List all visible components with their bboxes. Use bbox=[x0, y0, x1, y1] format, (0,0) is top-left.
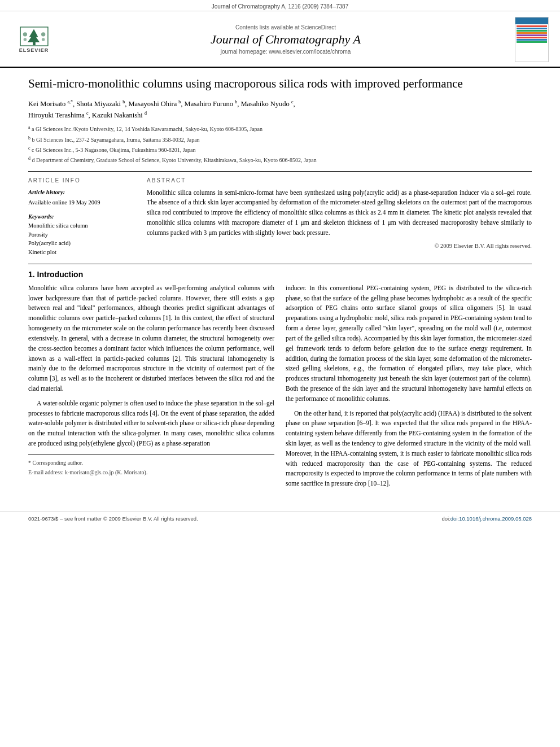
divider-2 bbox=[28, 264, 532, 264]
body-columns: Monolithic silica columns have been acce… bbox=[28, 283, 532, 493]
cover-line-5 bbox=[517, 34, 547, 36]
aff-c-2: c bbox=[86, 111, 89, 116]
body-right-col: inducer. In this conventional PEG-contai… bbox=[286, 283, 532, 493]
author-kazuki: Kazuki Nakanishi d bbox=[92, 111, 147, 119]
elsevier-logo: ELSEVIER bbox=[11, 24, 56, 55]
cover-line-4 bbox=[517, 32, 547, 34]
top-bar: Journal of Chromatography A, 1216 (2009)… bbox=[0, 0, 560, 11]
abstract-col: ABSTRACT Monolithic silica columns in se… bbox=[147, 177, 532, 257]
aff-c-1: c bbox=[291, 99, 294, 104]
svg-point-4 bbox=[23, 38, 27, 41]
journal-homepage: journal homepage: www.elsevier.com/locat… bbox=[56, 49, 515, 55]
abstract-label: ABSTRACT bbox=[147, 177, 532, 184]
aff-b-3: b bbox=[235, 99, 237, 104]
cover-line-2 bbox=[517, 28, 547, 29]
keyword-3: Poly(acrylic acid) bbox=[28, 239, 135, 248]
affiliation-b: b b GI Sciences Inc., 237-2 Sayamagahara… bbox=[28, 135, 532, 145]
author-shota: Shota Miyazaki b bbox=[76, 100, 125, 108]
author-kei: Kei Morisato a,* bbox=[28, 100, 73, 108]
doi-text: doi:doi:10.1016/j.chroma.2009.05.028 bbox=[441, 516, 532, 522]
cover-line-8 bbox=[517, 41, 547, 43]
aff-sup-d: d bbox=[28, 156, 30, 161]
footnote-email: E-mail address: k-morisato@gls.co.jp (K.… bbox=[28, 468, 274, 477]
footnote-corresponding: * Corresponding author. bbox=[28, 458, 274, 467]
author-masahiro: Masahiro Furuno b bbox=[185, 100, 238, 108]
svg-point-5 bbox=[41, 38, 45, 41]
aff-sup-b: b bbox=[28, 136, 30, 141]
affiliation-d: d d Department of Chemistry, Graduate Sc… bbox=[28, 155, 532, 165]
main-content: Semi-micro-monolithic columns using macr… bbox=[0, 68, 560, 512]
copyright-line: © 2009 Elsevier B.V. All rights reserved… bbox=[147, 243, 532, 249]
sciencedirect-text: Contents lists available at ScienceDirec… bbox=[235, 24, 336, 30]
footnote-email-text: E-mail address: k-morisato@gls.co.jp (K.… bbox=[28, 469, 147, 475]
doi-value: doi:10.1016/j.chroma.2009.05.028 bbox=[450, 516, 532, 522]
svg-point-3 bbox=[41, 32, 45, 36]
article-info-col: ARTICLE INFO Article history: Available … bbox=[28, 177, 135, 257]
cover-line-3 bbox=[517, 30, 547, 32]
author-masayoshi: Masayoshi Ohira b bbox=[128, 100, 181, 108]
introduction-heading: 1. Introduction bbox=[28, 270, 532, 279]
abstract-text: Monolithic silica columns in semi-micro-… bbox=[147, 188, 532, 238]
affiliations: a a GI Sciences Inc./Kyoto University, 1… bbox=[28, 124, 532, 165]
aff-sup-c: c bbox=[28, 146, 30, 151]
introduction-section: 1. Introduction Monolithic silica column… bbox=[28, 270, 532, 493]
right-para-1: inducer. In this conventional PEG-contai… bbox=[286, 283, 532, 404]
svg-marker-1 bbox=[27, 29, 39, 42]
aff-b-1: b bbox=[123, 99, 125, 104]
bottom-bar: 0021-9673/$ – see front matter © 2009 El… bbox=[0, 512, 560, 525]
keywords-label: Keywords: bbox=[28, 213, 54, 220]
svg-point-2 bbox=[23, 32, 27, 36]
cover-line-6 bbox=[517, 37, 547, 38]
article-title: Semi-micro-monolithic columns using macr… bbox=[28, 76, 532, 91]
keyword-1: Monolithic silica column bbox=[28, 221, 135, 230]
affiliation-a: a a GI Sciences Inc./Kyoto University, 1… bbox=[28, 124, 532, 134]
aff-d-1: d bbox=[145, 111, 147, 116]
aff-a-1: a,* bbox=[67, 99, 73, 104]
journal-citation: Journal of Chromatography A, 1216 (2009)… bbox=[212, 3, 348, 10]
affiliation-c: c c GI Sciences Inc., 5-3 Nagasone, Okaj… bbox=[28, 145, 532, 155]
cover-line-1 bbox=[517, 25, 547, 27]
aff-sup-a: a bbox=[28, 125, 30, 130]
available-online: Available online 19 May 2009 bbox=[28, 199, 100, 206]
keyword-4: Kinetic plot bbox=[28, 248, 135, 257]
author-hiroyuki: Hiroyuki Terashima c bbox=[28, 111, 89, 119]
journal-cover bbox=[515, 17, 549, 62]
body-left-col: Monolithic silica columns have been acce… bbox=[28, 283, 274, 493]
info-abstract-section: ARTICLE INFO Article history: Available … bbox=[28, 177, 532, 257]
intro-para-2: A water-soluble organic polymer is often… bbox=[28, 399, 274, 449]
authors: Kei Morisato a,*, Shota Miyazaki b, Masa… bbox=[28, 98, 532, 121]
issn-text: 0021-9673/$ – see front matter © 2009 El… bbox=[28, 516, 198, 522]
journal-title-header: Journal of Chromatography A bbox=[56, 32, 515, 47]
elsevier-label: ELSEVIER bbox=[19, 47, 49, 53]
cover-lines bbox=[515, 24, 548, 62]
cover-top bbox=[515, 18, 548, 24]
footnote-section: * Corresponding author. E-mail address: … bbox=[28, 455, 274, 477]
journal-header: ELSEVIER Contents lists available at Sci… bbox=[0, 11, 560, 68]
keyword-2: Porosity bbox=[28, 230, 135, 239]
journal-center: Contents lists available at ScienceDirec… bbox=[56, 24, 515, 55]
author-masahiko: Masahiko Nyudo c bbox=[240, 100, 293, 108]
article-info-label: ARTICLE INFO bbox=[28, 177, 135, 184]
page: Journal of Chromatography A, 1216 (2009)… bbox=[0, 0, 560, 747]
history-label: Article history: bbox=[28, 188, 135, 197]
divider-1 bbox=[28, 171, 532, 172]
elsevier-tree-icon bbox=[19, 27, 50, 46]
article-info-box: Article history: Available online 19 May… bbox=[28, 188, 135, 257]
footnote-corresponding-text: * Corresponding author. bbox=[28, 460, 83, 466]
sciencedirect-line: Contents lists available at ScienceDirec… bbox=[56, 24, 515, 30]
keywords-section: Keywords: Monolithic silica column Poros… bbox=[28, 212, 135, 257]
cover-line-7 bbox=[517, 39, 547, 41]
right-para-2: On the other hand, it is reported that p… bbox=[286, 409, 532, 490]
aff-b-2: b bbox=[178, 99, 181, 104]
intro-para-1: Monolithic silica columns have been acce… bbox=[28, 283, 274, 394]
